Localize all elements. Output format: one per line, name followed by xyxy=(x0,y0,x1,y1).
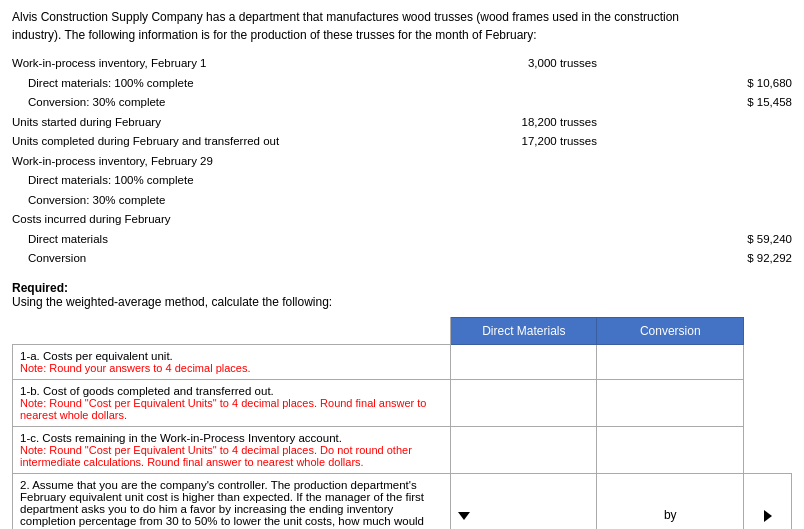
answer-2-conv: by xyxy=(597,474,744,529)
required-section: Required: Using the weighted-average met… xyxy=(12,281,792,309)
answer-table: Direct Materials Conversion 1-a. Costs p… xyxy=(12,317,792,529)
answer-1b-conv[interactable] xyxy=(597,380,744,427)
units-started-val: 18,200 trusses xyxy=(441,113,597,133)
input-1a-dm[interactable] xyxy=(458,350,589,368)
input-1b-dm[interactable] xyxy=(458,385,589,403)
dropdown-arrow-icon xyxy=(458,512,470,520)
question-1b: 1-b. Cost of goods completed and transfe… xyxy=(13,380,451,427)
units-started-label: Units started during February xyxy=(12,113,441,133)
col-header-conv: Conversion xyxy=(597,318,744,345)
costs-incurred-label: Costs incurred during February xyxy=(12,210,441,230)
costs-conv-val: $ 92,292 xyxy=(597,249,792,269)
wip-end-dm-label: Direct materials: 100% complete xyxy=(12,171,441,191)
wip-start-conv-val: $ 15,458 xyxy=(597,93,792,113)
input-1a-conv[interactable] xyxy=(604,350,736,368)
costs-conv-label: Conversion xyxy=(12,249,441,269)
costs-dm-val: $ 59,240 xyxy=(597,230,792,250)
answer-1b-dm[interactable] xyxy=(451,380,597,427)
wip-start-dm-val: $ 10,680 xyxy=(597,74,792,94)
answer-1a-conv[interactable] xyxy=(597,345,744,380)
wip-end-conv-label: Conversion: 30% complete xyxy=(12,191,441,211)
wip-start-conv-label: Conversion: 30% complete xyxy=(12,93,441,113)
required-instruction: Using the weighted-average method, calcu… xyxy=(12,295,792,309)
answer-1c-dm[interactable] xyxy=(451,427,597,474)
input-1b-conv[interactable] xyxy=(604,385,736,403)
input-1c-conv[interactable] xyxy=(604,432,736,450)
wip-end-label: Work-in-process inventory, February 29 xyxy=(12,152,441,172)
answer-2-dm[interactable] xyxy=(451,474,597,529)
input-1c-dm[interactable] xyxy=(458,432,589,450)
question-2: 2. Assume that you are the company's con… xyxy=(13,474,451,529)
table-row: 2. Assume that you are the company's con… xyxy=(13,474,792,529)
expand-icon xyxy=(764,510,772,522)
col-header-dm: Direct Materials xyxy=(451,318,597,345)
wip-start-label: Work-in-process inventory, February 1 xyxy=(12,54,441,74)
question-1a: 1-a. Costs per equivalent unit. Note: Ro… xyxy=(13,345,451,380)
table-row: 1-c. Costs remaining in the Work-in-Proc… xyxy=(13,427,792,474)
units-completed-val: 17,200 trusses xyxy=(441,132,597,152)
intro-paragraph: Alvis Construction Supply Company has a … xyxy=(12,8,792,44)
costs-dm-label: Direct materials xyxy=(12,230,441,250)
answer-1c-conv[interactable] xyxy=(597,427,744,474)
input-2-dm[interactable] xyxy=(477,506,588,524)
table-row: 1-a. Costs per equivalent unit. Note: Ro… xyxy=(13,345,792,380)
problem-info: Work-in-process inventory, February 1 3,… xyxy=(12,54,792,269)
required-label: Required: xyxy=(12,281,68,295)
question-1c: 1-c. Costs remaining in the Work-in-Proc… xyxy=(13,427,451,474)
wip-start-units: 3,000 trusses xyxy=(441,54,597,74)
answer-1a-dm[interactable] xyxy=(451,345,597,380)
units-completed-label: Units completed during February and tran… xyxy=(12,132,441,152)
table-row: 1-b. Cost of goods completed and transfe… xyxy=(13,380,792,427)
wip-start-dm-label: Direct materials: 100% complete xyxy=(12,74,441,94)
by-label: by xyxy=(660,504,681,526)
